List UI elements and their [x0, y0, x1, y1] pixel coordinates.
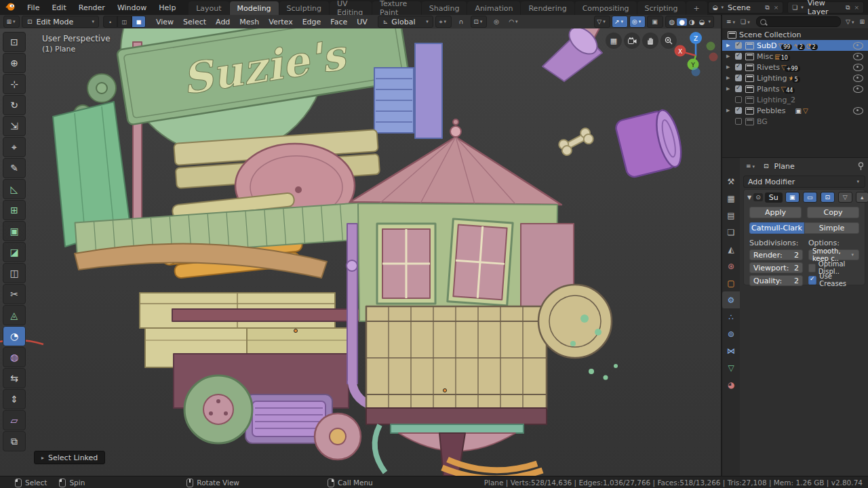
outliner-root-row[interactable]: Scene Collection	[722, 29, 868, 40]
expand-arrow-icon[interactable]: ▶	[726, 75, 733, 81]
remove-view-layer-icon[interactable]: ×	[852, 4, 861, 11]
workspace-tab-modeling[interactable]: Modeling	[230, 1, 279, 15]
tab-physics[interactable]: ⊚	[722, 325, 740, 342]
uv-smooth-dropdown[interactable]: Smooth, keep c.. ▾	[808, 249, 859, 260]
tool-scale[interactable]: ⇲	[3, 116, 26, 136]
new-view-layer-icon[interactable]: ⧉	[844, 4, 852, 12]
tool-smooth[interactable]: ◍	[3, 347, 26, 367]
proportional-falloff-dropdown[interactable]: ◠▾	[506, 16, 522, 28]
tab-world[interactable]: ⊛	[722, 258, 740, 274]
tool-cursor[interactable]: ⊕	[3, 53, 26, 73]
tab-object-data[interactable]: ▽	[722, 359, 740, 376]
object-type-visibility-dropdown[interactable]: ▽▾	[594, 16, 610, 28]
camera-view-button[interactable]	[624, 33, 640, 49]
editor-type-button[interactable]: ⊞▾	[3, 16, 20, 28]
use-creases-checkbox[interactable]	[808, 276, 816, 285]
show-overlays-button[interactable]: ◎▾	[629, 16, 646, 28]
workspace-tab-layout[interactable]: Layout	[189, 1, 229, 15]
render-visibility-toggle[interactable]: ▣	[785, 192, 800, 203]
xray-toggle-button[interactable]: ▣	[647, 16, 663, 28]
tool-extrude-region[interactable]: ⊞	[3, 200, 26, 220]
tool-poly-build[interactable]: ◬	[3, 305, 26, 325]
tool-rip-region[interactable]: ⧉	[3, 431, 26, 451]
workspace-tab-shading[interactable]: Shading	[422, 1, 467, 15]
snap-toggle-magnet-icon[interactable]: ∩	[453, 16, 469, 28]
pin-icon[interactable]	[857, 162, 865, 171]
tool-bevel[interactable]: ◪	[3, 242, 26, 262]
outliner-row-lighting-2[interactable]: Lighting_2	[722, 94, 868, 105]
workspace-tab-uv-editing[interactable]: UV Editing	[330, 1, 372, 15]
workspace-tab-sculpting[interactable]: Sculpting	[279, 1, 329, 15]
filter-dropdown[interactable]: ▽▾	[844, 18, 857, 25]
apply-button[interactable]: Apply	[749, 207, 802, 218]
checkbox[interactable]	[735, 85, 742, 92]
optimal-display-checkbox[interactable]	[808, 264, 816, 272]
tab-modifiers[interactable]: ⚙	[722, 291, 740, 308]
workspace-tab-texture-paint[interactable]: Texture Paint	[372, 1, 421, 15]
quality-field[interactable]: Quality: 2	[749, 275, 803, 286]
visibility-eye-icon[interactable]	[853, 85, 863, 93]
move-view-button[interactable]	[642, 33, 658, 49]
operator-panel[interactable]: ▸ Select Linked	[34, 451, 105, 464]
proportional-editing-icon[interactable]: ◎	[488, 16, 505, 28]
tab-output[interactable]: ▤	[722, 207, 740, 224]
outliner-row-lighting[interactable]: ▶ Lighting ★5	[722, 73, 868, 83]
menu-edit[interactable]: Edit	[45, 0, 72, 15]
new-collection-button[interactable]: ⊞	[857, 18, 867, 25]
visibility-eye-icon[interactable]	[853, 42, 863, 49]
checkbox[interactable]	[735, 64, 742, 70]
tool-transform[interactable]: ⌖	[3, 137, 26, 157]
editmode-visibility-toggle[interactable]: ⊡	[821, 192, 835, 203]
display-mode-dropdown[interactable]: ❏▾	[738, 18, 753, 25]
visibility-eye-icon[interactable]	[853, 53, 863, 60]
wireframe-shading-button[interactable]: ◍	[667, 18, 677, 26]
expand-arrow-icon[interactable]: ▼	[747, 195, 751, 201]
menu-mesh[interactable]: Mesh	[235, 18, 264, 26]
realtime-visibility-toggle[interactable]: ▭	[803, 192, 817, 203]
menu-render[interactable]: Render	[73, 0, 111, 15]
view-layer-selector[interactable]: ❏ ▾ View Layer ⧉ ×	[787, 1, 864, 14]
tool-inset-faces[interactable]: ▣	[3, 221, 26, 241]
tool-spin[interactable]: ◔	[3, 326, 26, 346]
modifier-name-field[interactable]: Su	[765, 192, 783, 203]
move-modifier-up-button[interactable]: ▴	[856, 192, 868, 203]
outliner-row-bg[interactable]: BG	[722, 116, 868, 127]
workspace-tab-compositing[interactable]: Compositing	[575, 1, 637, 15]
checkbox[interactable]	[735, 107, 742, 114]
blender-logo-icon[interactable]	[0, 2, 21, 13]
workspace-tab-rendering[interactable]: Rendering	[521, 1, 574, 15]
tab-render[interactable]: ▦	[722, 190, 740, 207]
tab-constraints[interactable]: ⋈	[722, 342, 740, 359]
scene-selector[interactable]: ◒ ▾ Scene ⧉ ×	[708, 1, 783, 14]
tool-annotate[interactable]: ✎	[3, 158, 26, 178]
cage-toggle[interactable]: ▽	[838, 192, 852, 203]
pivot-point-dropdown[interactable]: ⌖▾	[435, 16, 452, 28]
unlink-scene-icon[interactable]: ×	[772, 4, 781, 11]
add-workspace-button[interactable]: +	[686, 1, 707, 15]
outliner-row-misc[interactable]: ▶ Misc ▤10	[722, 51, 868, 62]
workspace-tab-scripting[interactable]: Scripting	[637, 1, 686, 15]
tab-view-layer[interactable]: ❏	[722, 224, 740, 241]
menu-add[interactable]: Add	[211, 18, 235, 26]
add-modifier-dropdown[interactable]: Add Modifier ▾	[743, 176, 865, 188]
menu-edge[interactable]: Edge	[298, 18, 326, 26]
transform-orientation-dropdown[interactable]: ⊾ Global ▾	[378, 16, 433, 28]
show-gizmo-button[interactable]: ↗▾	[612, 16, 628, 28]
tool-loop-cut[interactable]: ◫	[3, 263, 26, 283]
expand-arrow-icon[interactable]: ▶	[726, 43, 733, 48]
tool-edge-slide[interactable]: ⇆	[3, 368, 26, 388]
editor-type-button[interactable]: ≡▾	[744, 163, 758, 169]
new-scene-icon[interactable]: ⧉	[763, 4, 771, 12]
tab-tool[interactable]: ⚒	[722, 173, 740, 190]
menu-help[interactable]: Help	[153, 0, 182, 15]
menu-view[interactable]: View	[151, 18, 178, 26]
viewport-subdivisions-field[interactable]: Viewport: 2	[749, 262, 803, 273]
outliner-row-plants[interactable]: ▶ Plants ▽44	[722, 83, 868, 94]
menu-uv[interactable]: UV	[352, 18, 372, 26]
checkbox[interactable]	[735, 53, 742, 60]
mode-selector[interactable]: ⊡ Edit Mode ▾	[22, 16, 99, 28]
tab-scene[interactable]: ◭	[722, 241, 740, 258]
outliner-search-input[interactable]	[756, 16, 841, 27]
snap-with-dropdown[interactable]: ⊡▾	[471, 16, 487, 28]
vertex-select-mode-button[interactable]: ∙	[103, 16, 117, 28]
